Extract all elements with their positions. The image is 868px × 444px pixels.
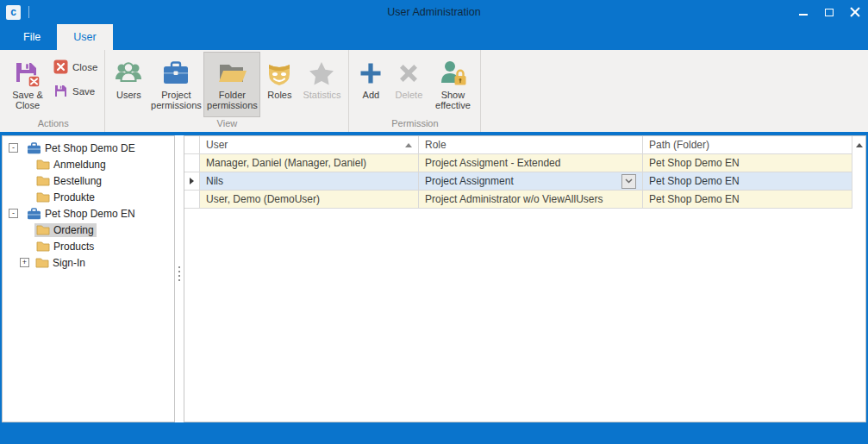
add-plus-icon bbox=[358, 57, 384, 90]
folder-icon bbox=[36, 224, 50, 235]
title-bar: c User Administration bbox=[0, 0, 868, 24]
row-indicator bbox=[184, 154, 200, 172]
project-permissions-label: Project permissions bbox=[149, 90, 203, 110]
folder-permissions-label: Folder permissions bbox=[204, 90, 259, 110]
splitter-grip-icon bbox=[178, 266, 180, 268]
cell-role[interactable]: Project Assigment - Extended bbox=[419, 154, 643, 172]
show-effective-button[interactable]: Show effective bbox=[428, 52, 477, 117]
column-header-path[interactable]: Path (Folder) bbox=[643, 136, 852, 154]
folder-tree: - Pet Shop Demo DE bbox=[2, 135, 175, 422]
cell-user[interactable]: User, Demo (DemoUser) bbox=[200, 191, 419, 209]
tab-file[interactable]: File bbox=[7, 24, 57, 50]
content-area: - Pet Shop Demo DE bbox=[0, 135, 868, 422]
window-title: User Administration bbox=[0, 6, 868, 18]
expand-expander-icon[interactable]: + bbox=[20, 258, 29, 267]
folder-icon bbox=[36, 241, 50, 252]
ribbon: Save & Close Close bbox=[0, 50, 868, 132]
statistics-label: Statistics bbox=[303, 90, 340, 100]
role-dropdown-button[interactable] bbox=[621, 174, 636, 189]
roles-label: Roles bbox=[267, 90, 291, 100]
close-icon bbox=[850, 7, 860, 17]
tree-item-produkte[interactable]: Produkte bbox=[3, 189, 174, 205]
project-permissions-icon bbox=[161, 57, 190, 90]
cell-path[interactable]: Pet Shop Demo EN bbox=[643, 154, 852, 172]
ribbon-group-view: Users Project permissions bbox=[105, 50, 349, 132]
close-action-label: Close bbox=[72, 62, 97, 72]
group-label-permission: Permission bbox=[353, 117, 477, 132]
show-effective-label: Show effective bbox=[429, 90, 476, 110]
grid-scrollbar[interactable] bbox=[852, 136, 865, 154]
roles-mask-icon bbox=[265, 57, 293, 90]
ribbon-tab-row: File User bbox=[0, 24, 868, 50]
folder-icon bbox=[36, 191, 50, 203]
cell-user[interactable]: Manager, Daniel (Manager, Daniel) bbox=[200, 154, 419, 172]
delete-button: Delete bbox=[389, 52, 428, 117]
cell-user[interactable]: Nils bbox=[200, 172, 419, 191]
tree-item-label: Produkte bbox=[53, 191, 95, 203]
roles-button[interactable]: Roles bbox=[260, 52, 298, 117]
splitter-grip-icon bbox=[178, 271, 180, 272]
add-label: Add bbox=[363, 90, 380, 100]
tree-item-label: Sign-In bbox=[53, 257, 85, 269]
group-label-view: View bbox=[109, 117, 345, 132]
tab-user[interactable]: User bbox=[57, 24, 112, 50]
tree-item-products[interactable]: Products bbox=[3, 238, 174, 254]
row-indicator-current bbox=[184, 172, 200, 191]
collapse-expander-icon[interactable]: - bbox=[9, 143, 18, 153]
project-briefcase-icon bbox=[27, 208, 41, 220]
tree-item-sign-in[interactable]: + Sign-In bbox=[3, 254, 174, 271]
statistics-button: Statistics bbox=[298, 52, 345, 117]
splitter-grip-icon bbox=[178, 275, 180, 277]
cell-path[interactable]: Pet Shop Demo EN bbox=[643, 172, 852, 191]
cell-role[interactable]: Project Administrator w/o ViewAllUsers bbox=[419, 191, 643, 209]
add-button[interactable]: Add bbox=[353, 52, 389, 117]
cell-role[interactable]: Project Assignment bbox=[419, 172, 643, 191]
folder-icon bbox=[36, 159, 50, 170]
users-icon bbox=[113, 57, 144, 90]
users-button[interactable]: Users bbox=[109, 52, 148, 117]
tree-item-label: Anmeldung bbox=[53, 159, 106, 171]
grid-indicator-header bbox=[184, 136, 200, 154]
statistics-star-icon bbox=[308, 57, 335, 90]
tree-item-anmeldung[interactable]: Anmeldung bbox=[3, 156, 174, 172]
app-window: c User Administration File User bbox=[0, 0, 868, 444]
ribbon-group-actions: Save & Close Close bbox=[2, 50, 105, 132]
tree-item-label: Pet Shop Demo EN bbox=[45, 208, 135, 220]
scroll-up-icon bbox=[856, 143, 863, 147]
tree-item-ordering[interactable]: Ordering bbox=[3, 222, 174, 238]
folder-icon bbox=[36, 175, 50, 186]
save-and-close-icon bbox=[13, 57, 42, 90]
tree-item-pet-shop-demo-en[interactable]: - Pet Shop Demo EN bbox=[3, 205, 174, 222]
project-permissions-button[interactable]: Project permissions bbox=[148, 52, 203, 117]
cell-path[interactable]: Pet Shop Demo EN bbox=[643, 191, 852, 209]
tree-item-bestellung[interactable]: Bestellung bbox=[3, 172, 174, 189]
delete-label: Delete bbox=[396, 90, 423, 100]
collapse-expander-icon[interactable]: - bbox=[9, 209, 18, 218]
tree-item-label: Products bbox=[53, 241, 94, 253]
tree-item-pet-shop-demo-de[interactable]: - Pet Shop Demo DE bbox=[3, 140, 174, 156]
save-and-close-button[interactable]: Save & Close bbox=[5, 52, 50, 117]
save-label: Save bbox=[72, 86, 95, 97]
project-briefcase-icon bbox=[27, 142, 41, 154]
delete-x-icon bbox=[396, 57, 422, 90]
current-row-arrow-icon bbox=[190, 178, 194, 184]
show-effective-person-lock-icon bbox=[438, 57, 467, 90]
chevron-down-icon bbox=[625, 178, 633, 184]
sort-ascending-icon bbox=[405, 143, 412, 147]
row-indicator bbox=[184, 191, 200, 209]
close-action-button[interactable]: Close bbox=[50, 59, 101, 75]
tree-item-label: Pet Shop Demo DE bbox=[45, 142, 135, 154]
save-icon bbox=[53, 84, 68, 98]
column-header-role[interactable]: Role bbox=[419, 136, 643, 154]
splitter-grip-icon bbox=[178, 279, 180, 281]
users-label: Users bbox=[116, 90, 141, 100]
tree-item-label: Ordering bbox=[53, 224, 94, 236]
actions-small-buttons: Close Save bbox=[50, 52, 101, 117]
tree-grid-splitter[interactable] bbox=[175, 135, 184, 422]
folder-permissions-icon bbox=[216, 57, 247, 90]
status-bar bbox=[0, 424, 868, 444]
tree-item-label: Bestellung bbox=[53, 175, 102, 187]
folder-permissions-button[interactable]: Folder permissions bbox=[203, 52, 260, 117]
save-button[interactable]: Save bbox=[50, 83, 101, 99]
column-header-user[interactable]: User bbox=[200, 136, 419, 154]
